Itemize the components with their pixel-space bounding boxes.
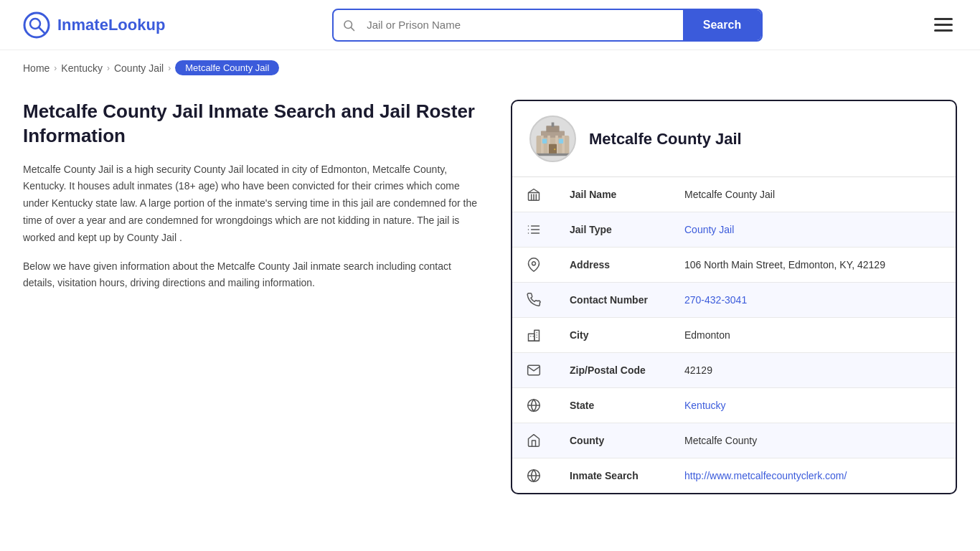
table-row: Inmate Searchhttp://www.metcalfecountycl…: [512, 458, 956, 494]
hamburger-button[interactable]: [930, 14, 957, 36]
search-button[interactable]: Search: [683, 10, 761, 40]
card-title: Metcalfe County Jail: [589, 130, 742, 149]
table-row: Zip/Postal Code42129: [512, 353, 956, 388]
list-icon: [512, 212, 555, 248]
table-row: StateKentucky: [512, 388, 956, 423]
description-2: Below we have given information about th…: [23, 258, 482, 293]
table-row: Jail TypeCounty Jail: [512, 212, 956, 248]
jail-avatar: [529, 116, 576, 162]
svg-rect-9: [541, 136, 544, 154]
svg-rect-27: [534, 330, 540, 341]
svg-rect-8: [552, 123, 555, 127]
table-row: CountyMetcalfe County: [512, 423, 956, 458]
hamburger-line: [934, 29, 953, 32]
table-label: Jail Type: [555, 212, 670, 248]
header: InmateLookup Search: [0, 0, 980, 50]
hamburger-line: [934, 18, 953, 20]
table-label: State: [555, 388, 670, 423]
svg-rect-13: [549, 144, 557, 154]
info-table: Jail NameMetcalfe County JailJail TypeCo…: [512, 177, 956, 493]
info-card: Metcalfe County Jail Jail NameMetcalfe C…: [511, 100, 957, 494]
table-row: CityEdmonton: [512, 318, 956, 353]
jail-building-icon: [533, 119, 573, 159]
breadcrumb-separator: ›: [54, 63, 57, 73]
breadcrumb-state[interactable]: Kentucky: [61, 62, 103, 74]
table-value[interactable]: County Jail: [670, 212, 956, 248]
table-value: 42129: [670, 353, 956, 388]
search-bar: Search: [332, 9, 763, 42]
table-label: City: [555, 318, 670, 353]
table-value: Edmonton: [670, 318, 956, 353]
city-icon: [512, 318, 555, 353]
table-value[interactable]: Kentucky: [670, 388, 956, 423]
table-label: Inmate Search: [555, 458, 670, 494]
table-value: 106 North Main Street, Edmonton, KY, 421…: [670, 248, 956, 283]
logo-text: InmateLookup: [57, 16, 165, 34]
breadcrumb-type[interactable]: County Jail: [114, 62, 164, 74]
svg-point-25: [532, 262, 536, 265]
search-input[interactable]: [364, 11, 683, 38]
globe-icon: [512, 388, 555, 423]
hamburger-line: [934, 24, 953, 26]
table-value[interactable]: 270-432-3041: [670, 283, 956, 318]
svg-rect-17: [535, 154, 571, 156]
location-icon: [512, 248, 555, 283]
description-1: Metcalfe County Jail is a high security …: [23, 161, 482, 247]
search-globe-icon: [512, 458, 555, 494]
breadcrumb-home[interactable]: Home: [23, 62, 50, 74]
phone-icon: [512, 283, 555, 318]
search-bar-icon: [334, 19, 364, 32]
svg-rect-26: [529, 334, 534, 341]
breadcrumb-separator: ›: [168, 63, 171, 73]
left-column: Metcalfe County Jail Inmate Search and J…: [23, 100, 482, 303]
jail-icon: [512, 177, 555, 212]
svg-rect-12: [562, 136, 565, 154]
card-header: Metcalfe County Jail: [512, 101, 956, 177]
svg-point-0: [24, 13, 49, 37]
table-row: Address106 North Main Street, Edmonton, …: [512, 248, 956, 283]
svg-rect-15: [542, 139, 547, 143]
table-label: Jail Name: [555, 177, 670, 212]
table-value[interactable]: http://www.metcalfecountyclerk.com/: [670, 458, 956, 494]
mail-icon: [512, 353, 555, 388]
logo-link[interactable]: InmateLookup: [23, 11, 165, 39]
page-heading: Metcalfe County Jail Inmate Search and J…: [23, 100, 482, 149]
svg-point-14: [554, 149, 555, 150]
table-label: Zip/Postal Code: [555, 353, 670, 388]
main-content: Metcalfe County Jail Inmate Search and J…: [0, 85, 980, 523]
svg-rect-16: [559, 139, 563, 143]
right-column: Metcalfe County Jail Jail NameMetcalfe C…: [511, 100, 957, 494]
logo-icon: [23, 11, 50, 39]
breadcrumb-current: Metcalfe County Jail: [175, 60, 279, 75]
table-label: County: [555, 423, 670, 458]
table-label: Address: [555, 248, 670, 283]
table-value: Metcalfe County Jail: [670, 177, 956, 212]
table-row: Contact Number270-432-3041: [512, 283, 956, 318]
county-icon: [512, 423, 555, 458]
svg-line-4: [352, 27, 354, 30]
svg-line-2: [39, 27, 44, 33]
table-label: Contact Number: [555, 283, 670, 318]
breadcrumb-separator: ›: [107, 63, 110, 73]
table-row: Jail NameMetcalfe County Jail: [512, 177, 956, 212]
table-value: Metcalfe County: [670, 423, 956, 458]
breadcrumb: Home › Kentucky › County Jail › Metcalfe…: [0, 50, 980, 85]
